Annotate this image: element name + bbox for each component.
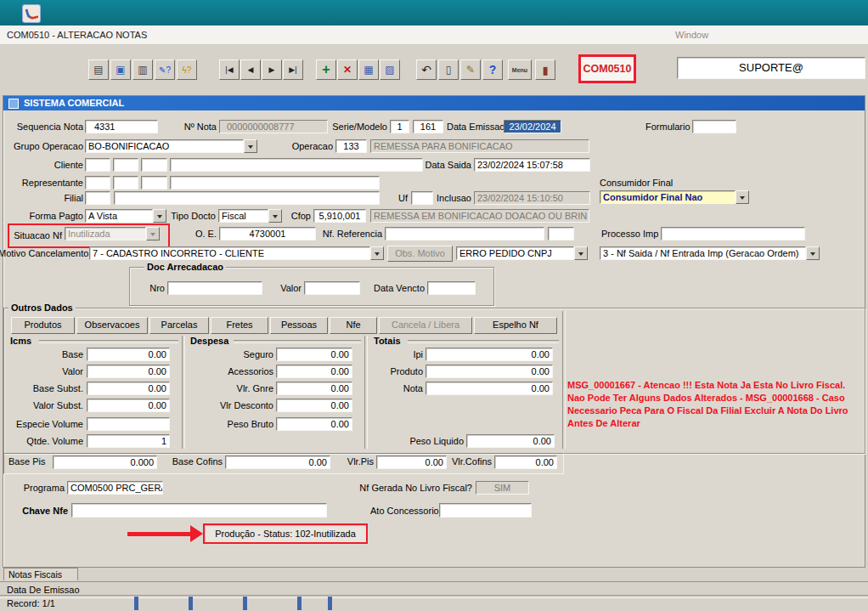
processo-imp-field[interactable] xyxy=(661,227,805,240)
user-field[interactable]: SUPORTE@ xyxy=(677,57,865,79)
motivo-cancelamento-dropdown-button[interactable] xyxy=(370,246,384,260)
ato-concessorio-field[interactable] xyxy=(439,503,532,518)
seguro-field[interactable]: 0.00 xyxy=(276,348,352,361)
vlr-pis-field[interactable]: 0.00 xyxy=(376,455,447,469)
representante-codigo2-field[interactable] xyxy=(113,176,138,190)
status-divider xyxy=(0,595,868,598)
peso-liquido-field[interactable]: 0.00 xyxy=(466,434,555,448)
icms-base-subst-field[interactable]: 0.00 xyxy=(87,382,170,395)
first-record-button[interactable]: |◀ xyxy=(219,59,240,80)
serie-field[interactable]: 1 xyxy=(390,120,409,133)
obs-motivo-button: Obs. Motivo xyxy=(387,246,453,262)
programa-label: Programa xyxy=(22,483,65,494)
chave-nfe-field[interactable] xyxy=(71,503,327,518)
tipo-docto-dropdown-button[interactable] xyxy=(268,209,282,223)
base-pis-field[interactable]: 0.000 xyxy=(53,455,157,469)
observacoes-button[interactable]: Observacoes xyxy=(76,317,148,334)
cliente-nome-field[interactable] xyxy=(170,158,423,172)
window-title: COM0510 - ALTERACAO NOTAS xyxy=(7,30,147,41)
tab-notas-fiscais[interactable]: Notas Fiscais xyxy=(3,568,78,580)
data-saida-field[interactable]: 23/02/2024 15:07:58 xyxy=(474,158,590,172)
enter-query-button[interactable]: ▦ xyxy=(358,59,379,80)
filial-codigo-field[interactable] xyxy=(85,191,110,205)
obs-motivo-texto-select[interactable]: ERRO PEDIDO CNPJ xyxy=(456,246,574,260)
produto-field[interactable]: 0.00 xyxy=(426,365,553,378)
uf-field[interactable] xyxy=(411,191,433,205)
consumidor-final-select[interactable]: Consumidor Final Nao xyxy=(600,190,736,204)
nf-gerada-field: SIM xyxy=(476,481,529,495)
nfe-button[interactable]: Nfe xyxy=(330,317,377,334)
numero-nota-label: Nº Nota xyxy=(177,122,217,133)
modelo-field[interactable]: 161 xyxy=(413,120,443,133)
vlr-desconto-field[interactable]: 0.00 xyxy=(276,399,352,412)
save-button[interactable]: ▤ xyxy=(88,59,109,80)
window-list-button[interactable]: ▣ xyxy=(110,59,131,80)
qtde-volume-field[interactable]: 1 xyxy=(87,434,170,448)
ipi-field[interactable]: 0.00 xyxy=(426,348,553,361)
cfop-codigo-field[interactable]: 5,910,001 xyxy=(313,209,366,223)
representante-codigo1-field[interactable] xyxy=(85,176,110,190)
clipboard-button[interactable]: ▯ xyxy=(438,59,459,80)
forma-pagto-select[interactable]: A Vista xyxy=(85,209,153,223)
edit-button[interactable]: ✎ xyxy=(460,59,481,80)
nf-referencia-serie-field[interactable] xyxy=(548,227,574,240)
fretes-button[interactable]: Fretes xyxy=(211,317,268,334)
doc-data-vencto-field[interactable] xyxy=(427,281,476,295)
pessoas-button[interactable]: Pessoas xyxy=(270,317,328,334)
icms-base-field[interactable]: 0.00 xyxy=(87,348,170,361)
doc-valor-field[interactable] xyxy=(304,281,360,295)
programa-field[interactable]: COM0500 PRC_GERA xyxy=(67,481,163,495)
doc-nro-field[interactable] xyxy=(167,281,262,295)
data-emissao-field[interactable]: 23/02/2024 xyxy=(504,120,561,133)
vlr-gnre-label: Vlr. Gnre xyxy=(195,383,273,394)
representante-nome-field[interactable] xyxy=(170,176,380,190)
cliente-codigo2-field[interactable] xyxy=(113,158,138,172)
sequencia-nota-field[interactable]: 4331 xyxy=(85,120,158,133)
cliente-codigo3-field[interactable] xyxy=(141,158,167,172)
parcelas-button[interactable]: Parcelas xyxy=(149,317,209,334)
especie-volume-field[interactable] xyxy=(87,417,170,431)
insert-record-button[interactable]: + xyxy=(316,59,336,80)
delete-record-button[interactable]: ✕ xyxy=(337,59,358,80)
tipo-nf-saida-select[interactable]: 3 - Nf Saida / Nf Entrada Imp (Geracao O… xyxy=(600,246,806,260)
icms-valor-field[interactable]: 0.00 xyxy=(87,365,170,378)
menu-item-window[interactable]: Window xyxy=(675,30,708,41)
help-run-button[interactable]: ϟ? xyxy=(177,59,197,80)
base-cofins-field[interactable]: 0.00 xyxy=(225,455,330,469)
nf-referencia-field[interactable] xyxy=(385,227,544,240)
grupo-operacao-dropdown-button[interactable] xyxy=(244,139,257,153)
print-button[interactable]: ▥ xyxy=(132,59,153,80)
operacao-codigo-field[interactable]: 133 xyxy=(335,139,367,153)
tipo-docto-select[interactable]: Fiscal xyxy=(218,209,268,223)
previous-record-button[interactable]: ◀ xyxy=(240,59,261,80)
last-record-button[interactable]: ▶| xyxy=(283,59,303,80)
formulario-field[interactable] xyxy=(692,120,736,133)
vlr-cofins-field[interactable]: 0.00 xyxy=(494,455,557,469)
representante-codigo3-field[interactable] xyxy=(141,176,167,190)
menu-button[interactable]: Menu xyxy=(508,59,532,80)
help-edit-button[interactable]: ✎? xyxy=(155,59,175,80)
consumidor-final-dropdown-button[interactable] xyxy=(736,190,749,204)
tipo-docto-label: Tipo Docto xyxy=(170,211,216,222)
filial-nome-field[interactable] xyxy=(114,191,380,205)
espelho-nf-button[interactable]: Espelho Nf xyxy=(474,317,557,334)
help-button[interactable]: ? xyxy=(482,59,503,80)
acessorios-field[interactable]: 0.00 xyxy=(276,365,352,378)
clear-query-button[interactable]: ▨ xyxy=(380,59,400,80)
icms-valor-subst-field[interactable]: 0.00 xyxy=(87,399,170,412)
nota-field[interactable]: 0.00 xyxy=(426,382,553,395)
tipo-nf-saida-dropdown-button[interactable] xyxy=(806,246,820,260)
forma-pagto-dropdown-button[interactable] xyxy=(153,209,166,223)
grupo-operacao-select[interactable]: BO-BONIFICACAO xyxy=(85,139,244,153)
undo-button[interactable]: ↶ xyxy=(416,59,437,80)
exit-button[interactable]: ▮ xyxy=(535,59,555,80)
oe-field[interactable]: 4730001 xyxy=(219,227,316,240)
next-record-button[interactable]: ▶ xyxy=(262,59,282,80)
motivo-cancelamento-select[interactable]: 7 - CADASTRO INCORRETO - CLIENTE xyxy=(89,246,370,260)
record-indicator: Record: 1/1 xyxy=(7,598,55,609)
cliente-codigo1-field[interactable] xyxy=(85,158,110,172)
peso-bruto-field[interactable]: 0.00 xyxy=(276,417,352,431)
obs-motivo-dropdown-button[interactable] xyxy=(574,246,588,260)
vlr-gnre-field[interactable]: 0.00 xyxy=(276,382,352,395)
produtos-button[interactable]: Produtos xyxy=(11,317,75,334)
